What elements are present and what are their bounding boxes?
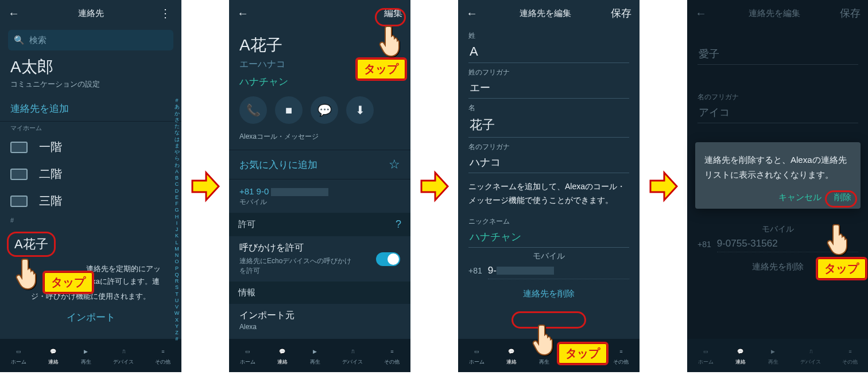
nav-play[interactable]: ▶再生 xyxy=(80,346,92,366)
nav-home[interactable]: ▭ホーム xyxy=(469,346,485,366)
video-button[interactable]: ■ xyxy=(275,96,303,124)
save-button: 保存 xyxy=(840,6,861,20)
star-icon: ☆ xyxy=(389,157,400,172)
nav-contacts: 💬連絡 xyxy=(735,346,746,366)
step-arrow-icon xyxy=(191,169,220,204)
room-row-2[interactable]: 二階 xyxy=(0,161,181,187)
import-button[interactable]: インポート xyxy=(0,305,181,329)
cancel-button[interactable]: キャンセル xyxy=(778,192,822,203)
kana-input-dimmed: アイコ xyxy=(698,103,858,123)
back-icon: ← xyxy=(695,7,709,20)
nav-contacts[interactable]: 💬連絡 xyxy=(48,346,59,366)
nav-play: ▶再生 xyxy=(768,346,779,366)
comm-settings-link[interactable]: コミュニケーションの設定 xyxy=(0,78,181,96)
tap-callout: タップ xyxy=(42,271,94,294)
help-icon[interactable]: ? xyxy=(396,218,401,230)
search-icon: 🔍 xyxy=(14,35,25,45)
contact-name: A花子 xyxy=(229,34,410,56)
save-button[interactable]: 保存 xyxy=(611,6,631,20)
back-icon[interactable]: ← xyxy=(466,7,480,20)
nickname-input[interactable]: ハナチャン xyxy=(468,228,629,248)
delete-contact-link[interactable]: 連絡先を削除 xyxy=(458,279,640,306)
dropin-toggle[interactable] xyxy=(376,252,400,266)
screen-contact-detail: ← 編集 A花子 エーハナコ ハナチャン 📞 ■ 💬 ⬇ Alexaコール・メッ… xyxy=(229,0,410,372)
section-permission: 許可 ? xyxy=(229,213,410,236)
call-button[interactable]: 📞 xyxy=(239,96,267,124)
nav-home[interactable]: ▭ホーム xyxy=(11,346,26,366)
mobile-label: モバイル xyxy=(458,248,640,263)
firstname-input[interactable]: 花子 xyxy=(468,114,629,138)
header-title: 連絡先 xyxy=(22,8,160,19)
nav-home[interactable]: ▭ホーム xyxy=(240,346,255,366)
device-icon xyxy=(10,142,28,153)
bottom-nav: ▭ホーム 💬連絡 ▶再生 ⎍デバイス ≡その他 xyxy=(687,339,868,372)
mobile-label: モバイル xyxy=(687,221,868,236)
firstname-kana-label: 名のフリガナ xyxy=(458,138,640,152)
nav-devices: ⎍デバイス xyxy=(800,346,821,366)
add-contact-link[interactable]: 連絡先を追加 xyxy=(0,96,181,121)
dropin-permission-row: 呼びかけを許可 連絡先にEchoデバイスへの呼びかけを許可 xyxy=(229,236,410,282)
confirm-dialog: 連絡先を削除すると、Alexaの連絡先リストに表示されなくなります。 キャンセル… xyxy=(695,142,861,209)
edit-highlight xyxy=(375,8,406,26)
more-icon[interactable]: ⋮ xyxy=(160,6,173,20)
lastname-label: 姓 xyxy=(458,26,640,41)
name-input-dimmed: 愛子 xyxy=(698,45,858,65)
delete-highlight xyxy=(512,311,586,329)
delete-highlight xyxy=(825,190,857,208)
back-icon[interactable]: ← xyxy=(237,7,251,20)
bottom-nav: ▭ホーム 💬連絡 ▶再生 ⎍デバイス ≡その他 xyxy=(229,339,410,372)
device-icon xyxy=(10,169,28,180)
redacted-bar xyxy=(271,188,328,196)
nav-play[interactable]: ▶再生 xyxy=(309,346,321,366)
phone-dimmed: 9-0755-31562 xyxy=(717,236,858,252)
phone-input[interactable]: 9- xyxy=(488,263,629,279)
add-favorite[interactable]: お気に入りに追加 ☆ xyxy=(229,150,410,179)
lastname-kana-input[interactable]: エー xyxy=(468,79,629,99)
firstname-kana-input[interactable]: ハナコ xyxy=(468,153,629,173)
nav-other[interactable]: ≡その他 xyxy=(155,346,170,366)
nav-devices[interactable]: ⎍デバイス xyxy=(113,346,134,366)
alexa-call-note: Alexaコール・メッセージ xyxy=(229,132,410,150)
step-arrow-icon xyxy=(649,169,678,204)
room-row-1[interactable]: 一階 xyxy=(0,134,181,161)
search-placeholder: 検索 xyxy=(29,35,46,46)
back-icon[interactable]: ← xyxy=(8,7,22,20)
nav-devices[interactable]: ⎍デバイス xyxy=(342,346,363,366)
section-myhome: マイホーム xyxy=(0,122,181,134)
tap-callout: タップ xyxy=(816,257,867,280)
nav-other[interactable]: ≡その他 xyxy=(384,346,400,366)
bottom-nav: ▭ホーム 💬連絡 ▶再生 ⎍デバイス ≡その他 xyxy=(458,339,640,372)
mobile-label: モバイル xyxy=(229,196,410,213)
nav-play[interactable]: ▶再生 xyxy=(538,346,550,366)
import-from-label: インポート元 xyxy=(229,304,410,323)
bottom-nav: ▭ホーム 💬連絡 ▶再生 ⎍デバイス ≡その他 xyxy=(0,339,181,372)
section-info: 情報 xyxy=(229,282,410,304)
screen-edit-contact: ← 連絡先を編集 保存 姓 A 姓のフリガナ エー 名 花子 名のフリガナ ハナ… xyxy=(458,0,640,372)
lastname-input[interactable]: A xyxy=(468,42,629,63)
profile-name: A太郎 xyxy=(0,56,181,78)
contact-a-hanako[interactable]: A花子 xyxy=(7,232,56,257)
nav-other: ≡その他 xyxy=(842,346,858,366)
header-title: 連絡先を編集 xyxy=(480,8,611,19)
section-hash: # xyxy=(0,214,181,225)
country-prefix[interactable]: +81 xyxy=(468,266,482,275)
firstname-label: 名 xyxy=(458,99,640,113)
room-row-3[interactable]: 三階 xyxy=(0,187,181,214)
search-input[interactable]: 🔍 検索 xyxy=(8,30,173,50)
device-icon xyxy=(10,196,28,207)
screen-delete-dialog: ← 連絡先を編集 保存 愛子 名のフリガナ アイコ モバイル +81 9-075… xyxy=(687,0,868,372)
index-scrubber[interactable]: #あかさたなはまやらわABCDEFGHIJKLMNOPQRSTUVWXYZ# xyxy=(173,97,180,343)
nav-contacts[interactable]: 💬連絡 xyxy=(506,346,517,366)
tap-callout: タップ xyxy=(355,57,407,81)
nickname-label: ニックネーム xyxy=(458,212,640,226)
message-button[interactable]: 💬 xyxy=(311,96,338,124)
nav-contacts[interactable]: 💬連絡 xyxy=(277,346,288,366)
nav-home: ▭ホーム xyxy=(698,346,714,366)
screen-contacts-list: ← 連絡先 ⋮ 🔍 検索 A太郎 コミュニケーションの設定 連絡先を追加 マイホ… xyxy=(0,0,181,372)
redacted-bar xyxy=(497,267,554,275)
dropin-button[interactable]: ⬇ xyxy=(346,96,374,124)
nav-other[interactable]: ≡その他 xyxy=(613,346,629,366)
country-prefix: +81 xyxy=(698,240,711,249)
import-source: Alexa xyxy=(229,323,410,334)
phone-number[interactable]: +81 9-0 xyxy=(229,186,410,196)
